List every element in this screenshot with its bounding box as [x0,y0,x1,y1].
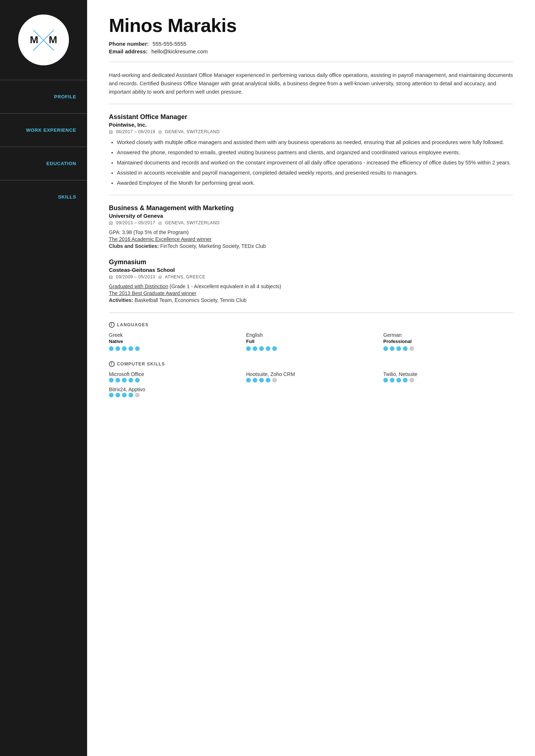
email-value: hello@kickresume.com [151,48,208,54]
dot [259,346,264,351]
initial-m-right: M [49,34,57,46]
divider-1 [109,62,513,62]
dot [128,346,133,351]
dot [396,378,401,383]
dot [383,346,388,351]
dot [396,346,401,351]
name-section: Minos Marakis Phone number: 555-555-5555… [109,15,513,54]
languages-title: i LANGUAGES [109,322,513,328]
job-date-1: 06/2017 – 06/2019 [116,129,155,134]
skill-german-dots [383,346,513,351]
education-content: Business & Management with Marketing Uni… [109,203,513,303]
bullet-1-4: Assisted in accounts receivable and payr… [117,169,513,177]
avatar: M M [18,15,69,65]
dot [135,393,140,397]
dot [259,378,264,383]
skill-english-level: Full [246,339,376,344]
skill-twilio-dots [383,378,513,383]
sidebar-skills-section: SKILLS [0,180,87,213]
dot [109,346,114,351]
skill-greek-name: Greek [109,332,239,338]
divider-3 [109,195,513,195]
phone-label: Phone number: [109,41,149,47]
skill-msoffice-name: Microsoft Office [109,371,239,377]
phone-value: 555-555-5555 [152,41,186,47]
edu-degree-2: Gymnasium [109,258,513,266]
dot [390,378,395,383]
edu-school-1: University of Geneva [109,213,513,219]
edu-block-1: Business & Management with Marketing Uni… [109,204,513,249]
email-label: Email address: [109,48,148,54]
edu-clubs-1: Clubs and Societies: FinTech Society, Ma… [109,243,513,249]
job-bullets-1: Worked closely with multiple office mana… [109,138,513,188]
skill-twilio-name: Twilio, Netsuite [383,371,513,377]
edu-graduated-detail-2: (Grade 1 - A/excellent equivalent in all… [170,283,281,289]
skill-twilio: Twilio, Netsuite [383,371,513,383]
sidebar-education-section: EDUCATION [0,147,87,180]
bullet-1-2: Answered the phone, responded to emails,… [117,148,513,157]
initial-m-left: M [30,34,38,46]
skill-bitrix: Bitrix24, Apptivo [109,386,242,397]
sidebar-education-label: EDUCATION [46,154,76,173]
calendar-icon-edu-2: ⊟ [109,274,113,280]
edu-degree-1: Business & Management with Marketing [109,204,513,212]
avatar-initials: M M [18,34,69,46]
dot [383,378,388,383]
calendar-icon-edu-1: ⊟ [109,220,113,226]
work-experience-section: Assistant Office Manager Pointwise, Inc.… [109,111,513,188]
skills-section: i LANGUAGES Greek Native [109,320,513,399]
bullet-1-1: Worked closely with multiple office mana… [117,138,513,147]
dot [272,346,277,351]
dot [122,378,127,383]
edu-meta-1: ⊟ 09/2013 – 05/2017 ◎ GENEVA, SWITZERLAN… [109,220,513,226]
dot [409,378,414,383]
dot [109,393,114,397]
sidebar: M M PROFILE WORK EXPERIENCE EDUCATION SK… [0,0,87,756]
edu-date-1: 09/2013 – 05/2017 [116,220,155,225]
phone-row: Phone number: 555-555-5555 [109,41,513,47]
skill-german: German Professional [383,332,513,351]
skill-hootsuite-name: Hootsuite, Zoho CRM [246,371,376,377]
sidebar-profile-section: PROFILE [0,80,87,113]
clubs-value-1: FinTech Society, Marketing Society, TEDx… [160,243,266,249]
edu-graduated-link-2: Graduated with Distinction [109,283,168,289]
job-location-1: GENEVA, SWITZERLAND [165,129,220,134]
dot [253,378,257,383]
skill-hootsuite-dots [246,378,376,383]
dot [122,346,127,351]
edu-location-2: ATHENS, GREECE [165,274,205,279]
skill-msoffice: Microsoft Office [109,371,239,383]
dot [115,378,120,383]
calendar-icon-1: ⊟ [109,129,113,135]
clubs-label-1: Clubs and Societies: [109,243,159,249]
edu-date-2: 09/2009 – 05/2013 [116,274,155,279]
job-title-1: Assistant Office Manager [109,113,513,121]
location-pin-icon-1: ◎ [158,129,162,134]
dot [122,393,127,397]
skill-greek-level: Native [109,339,239,344]
job-meta-1: ⊟ 06/2017 – 06/2019 ◎ GENEVA, SWITZERLAN… [109,129,513,135]
dot [403,378,408,383]
edu-activities-2: Activities: Basketball Team, Economics S… [109,297,513,303]
computer-skills-label: COMPUTER SKILLS [117,361,165,367]
main-content: Minos Marakis Phone number: 555-555-5555… [87,0,535,756]
dot [266,378,270,383]
edu-meta-2: ⊟ 09/2009 – 05/2013 ◎ ATHENS, GREECE [109,274,513,280]
company-name-1: Pointwise, Inc. [109,122,513,128]
resume-container: M M PROFILE WORK EXPERIENCE EDUCATION SK… [0,0,535,756]
job-block-1: Assistant Office Manager Pointwise, Inc.… [109,113,513,188]
profile-content: Hard-working and dedicated Assistant Off… [109,69,513,97]
dot [253,346,257,351]
location-pin-icon-edu-2: ◎ [158,274,162,279]
location-pin-icon-edu-1: ◎ [158,220,162,225]
edu-award-2: The 2013 Best Graduate Award winner [109,290,513,296]
dot [109,378,114,383]
skills-content: i LANGUAGES Greek Native [109,320,513,399]
dot [115,393,120,397]
education-section: Business & Management with Marketing Uni… [109,203,513,303]
skill-hootsuite: Hootsuite, Zoho CRM [246,371,376,383]
dot [246,346,251,351]
activities-label-2: Activities: [109,297,133,303]
skill-bitrix-dots [109,393,242,397]
info-icon-computer: i [109,361,115,367]
